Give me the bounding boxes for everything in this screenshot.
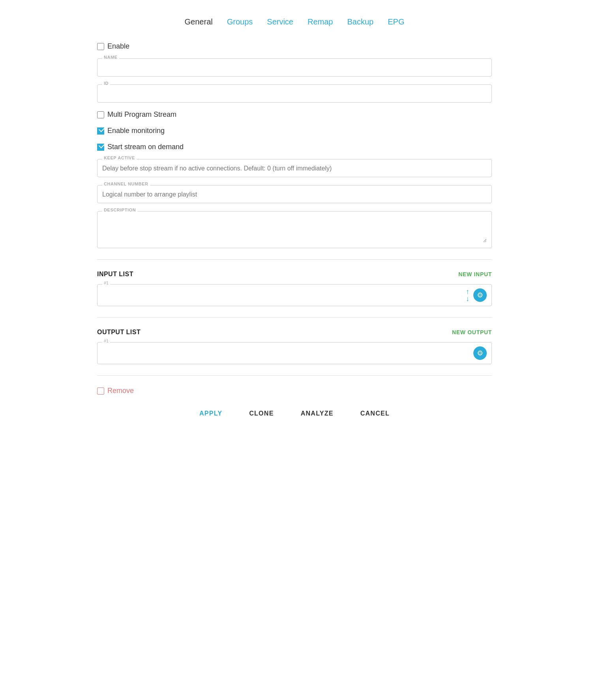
clone-button[interactable]: CLONE bbox=[248, 407, 275, 420]
remove-row: Remove bbox=[97, 387, 492, 395]
tab-navigation: General Groups Service Remap Backup EPG bbox=[97, 16, 492, 28]
tab-backup[interactable]: Backup bbox=[347, 16, 373, 28]
multi-program-label[interactable]: Multi Program Stream bbox=[107, 110, 176, 119]
output-item-1-actions: ⚙ bbox=[473, 346, 487, 360]
channel-number-label: CHANNEL NUMBER bbox=[102, 182, 150, 186]
output-list-header: OUTPUT LIST NEW OUTPUT bbox=[97, 329, 492, 336]
enable-label[interactable]: Enable bbox=[107, 42, 129, 51]
name-label: NAME bbox=[102, 55, 119, 60]
enable-monitoring-row: Enable monitoring bbox=[97, 127, 492, 135]
new-output-button[interactable]: NEW OUTPUT bbox=[452, 329, 492, 335]
gear-icon-output: ⚙ bbox=[477, 349, 483, 357]
output-list-title: OUTPUT LIST bbox=[97, 329, 141, 336]
start-stream-label[interactable]: Start stream on demand bbox=[107, 143, 184, 151]
enable-monitoring-checkbox[interactable] bbox=[97, 127, 104, 135]
channel-number-field-group: CHANNEL NUMBER bbox=[97, 185, 492, 203]
id-label: ID bbox=[102, 81, 110, 86]
tab-service[interactable]: Service bbox=[267, 16, 293, 28]
divider-2 bbox=[97, 317, 492, 318]
multi-program-row: Multi Program Stream bbox=[97, 110, 492, 119]
keep-active-input[interactable] bbox=[102, 163, 487, 173]
new-input-button[interactable]: NEW INPUT bbox=[458, 271, 492, 277]
keep-active-field-group: KEEP ACTIVE bbox=[97, 159, 492, 177]
input-item-1-gear-button[interactable]: ⚙ bbox=[473, 288, 487, 302]
description-field-group: DESCRIPTION bbox=[97, 211, 492, 248]
input-list-item-1: #1 ↑ ↓ ⚙ bbox=[97, 284, 492, 306]
channel-number-input[interactable] bbox=[102, 189, 487, 199]
remove-checkbox[interactable] bbox=[97, 387, 104, 395]
enable-row: Enable bbox=[97, 42, 492, 51]
bottom-actions: APPLY CLONE ANALYZE CANCEL bbox=[97, 407, 492, 420]
remove-label[interactable]: Remove bbox=[107, 387, 134, 395]
output-list-item-1: #1 ⚙ bbox=[97, 342, 492, 364]
name-field-group: NAME bbox=[97, 58, 492, 77]
description-input[interactable] bbox=[102, 215, 487, 242]
input-item-1-actions: ↑ ↓ ⚙ bbox=[466, 288, 487, 302]
divider-3 bbox=[97, 375, 492, 376]
input-item-1-label: #1 bbox=[102, 281, 110, 285]
output-item-1-gear-button[interactable]: ⚙ bbox=[473, 346, 487, 360]
tab-remap[interactable]: Remap bbox=[308, 16, 333, 28]
multi-program-checkbox[interactable] bbox=[97, 111, 104, 118]
start-stream-row: Start stream on demand bbox=[97, 143, 492, 151]
sort-down-arrow: ↓ bbox=[466, 295, 469, 302]
output-item-1-label: #1 bbox=[102, 339, 110, 343]
enable-monitoring-label[interactable]: Enable monitoring bbox=[107, 127, 165, 135]
divider-1 bbox=[97, 259, 492, 260]
keep-active-label: KEEP ACTIVE bbox=[102, 155, 137, 160]
id-input[interactable] bbox=[102, 88, 487, 98]
enable-checkbox[interactable] bbox=[97, 43, 104, 50]
tab-general[interactable]: General bbox=[185, 16, 213, 28]
tab-epg[interactable]: EPG bbox=[388, 16, 404, 28]
input-list-header: INPUT LIST NEW INPUT bbox=[97, 271, 492, 278]
sort-input-icon[interactable]: ↑ ↓ bbox=[466, 288, 469, 302]
sort-up-arrow: ↑ bbox=[466, 288, 469, 295]
name-input[interactable] bbox=[102, 62, 487, 72]
start-stream-checkbox[interactable] bbox=[97, 144, 104, 151]
tab-groups[interactable]: Groups bbox=[227, 16, 253, 28]
id-field-group: ID bbox=[97, 84, 492, 103]
apply-button[interactable]: APPLY bbox=[198, 407, 224, 420]
analyze-button[interactable]: ANALYZE bbox=[299, 407, 335, 420]
cancel-button[interactable]: CANCEL bbox=[359, 407, 391, 420]
input-list-title: INPUT LIST bbox=[97, 271, 133, 278]
gear-icon: ⚙ bbox=[477, 291, 483, 299]
description-label: DESCRIPTION bbox=[102, 208, 137, 212]
